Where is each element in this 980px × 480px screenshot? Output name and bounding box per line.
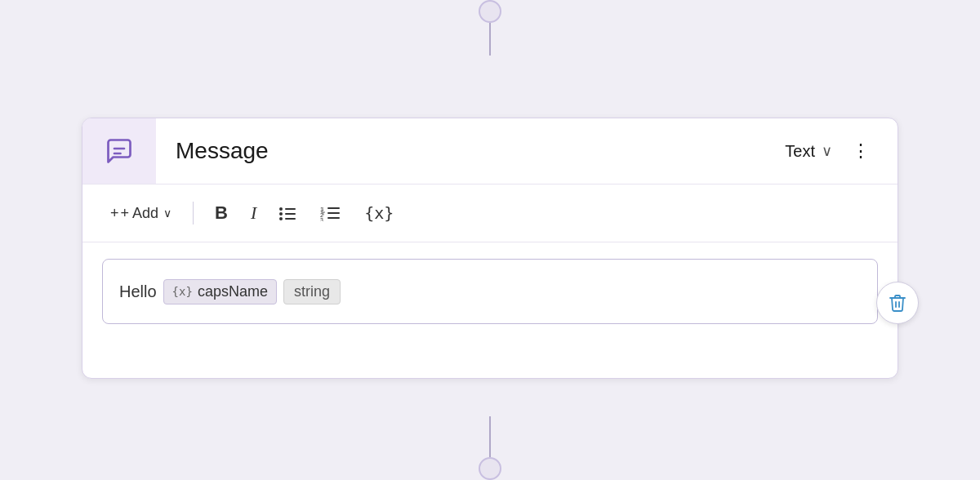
more-options-button[interactable]: ⋮ (845, 137, 878, 165)
svg-rect-5 (285, 213, 296, 215)
connector-dot-top (479, 0, 501, 23)
message-card: Message Text ∨ ⋮ + + Add ∨ B I (82, 118, 898, 379)
variable-chip[interactable]: {x} capsName (163, 279, 277, 304)
variable-type-badge: string (283, 279, 341, 304)
bullet-list-icon (279, 205, 297, 221)
card-header: Message Text ∨ ⋮ (82, 118, 898, 184)
card-header-actions: Text ∨ ⋮ (785, 137, 898, 165)
trash-icon (888, 293, 907, 313)
connector-top (479, 0, 501, 56)
italic-icon: I (251, 202, 256, 224)
card-content: Hello {x} capsName string (82, 242, 898, 344)
message-icon (105, 136, 134, 166)
card-icon-area (82, 118, 156, 184)
bullet-list-button[interactable] (271, 200, 305, 226)
svg-text:3: 3 (320, 217, 323, 221)
connector-line-top (489, 23, 491, 56)
italic-button[interactable]: I (243, 198, 265, 229)
chevron-down-icon: ∨ (822, 142, 832, 160)
svg-rect-11 (327, 207, 340, 209)
svg-point-2 (279, 207, 283, 211)
add-chevron-icon: ∨ (163, 207, 172, 220)
add-label: + Add (121, 205, 159, 222)
plus-icon: + (110, 205, 119, 222)
svg-rect-3 (285, 208, 296, 210)
svg-point-4 (279, 212, 283, 216)
connector-bottom (479, 416, 501, 480)
numbered-list-button[interactable]: 1 2 3 1 3 (312, 200, 350, 226)
delete-button[interactable] (876, 282, 919, 324)
svg-text:3: 3 (322, 211, 324, 216)
svg-rect-12 (327, 212, 340, 214)
numbered-list-icon: 1 2 3 1 3 (320, 205, 341, 221)
card-title: Message (156, 138, 785, 164)
svg-rect-13 (327, 217, 340, 219)
add-button[interactable]: + + Add ∨ (102, 200, 180, 227)
variable-icon: {x} (364, 203, 394, 223)
type-dropdown[interactable]: Text ∨ (785, 142, 832, 161)
toolbar-divider (193, 202, 194, 224)
type-dropdown-label: Text (785, 142, 815, 161)
svg-point-6 (279, 217, 283, 220)
svg-rect-7 (285, 218, 296, 220)
variable-chip-name: capsName (198, 283, 268, 300)
card-toolbar: + + Add ∨ B I (82, 184, 898, 242)
canvas-area: Message Text ∨ ⋮ + + Add ∨ B I (0, 0, 980, 480)
variable-button[interactable]: {x} (356, 198, 402, 228)
bold-button[interactable]: B (207, 198, 236, 229)
connector-dot-bottom (479, 457, 501, 480)
text-input-area[interactable]: Hello {x} capsName string (102, 259, 878, 324)
connector-line-bottom (489, 416, 491, 457)
bold-icon: B (215, 202, 228, 224)
variable-chip-icon: {x} (172, 285, 193, 298)
text-hello: Hello (119, 282, 157, 301)
